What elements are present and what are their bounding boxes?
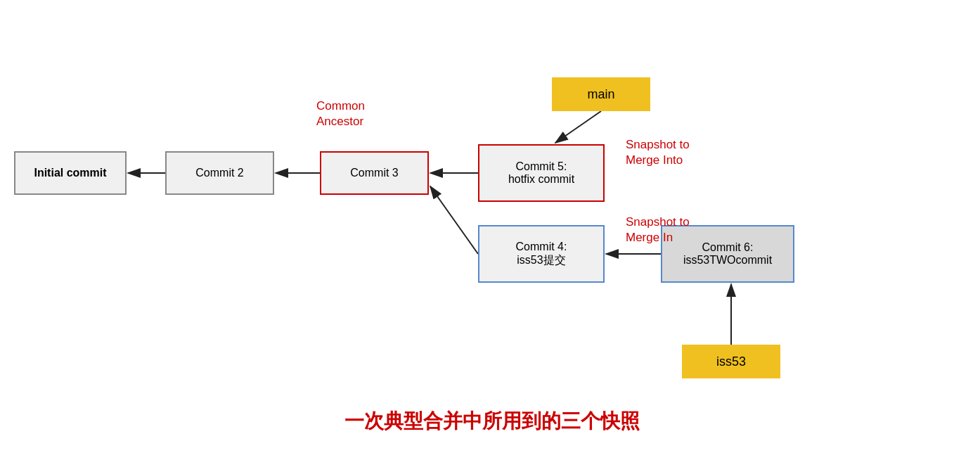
- commit5-box: Commit 5: hotfix commit: [478, 144, 605, 202]
- main-branch-label: main: [552, 77, 650, 111]
- diagram-container: Initial commit Commit 2 Commit 3 Commit …: [0, 0, 980, 460]
- initial-commit-box: Initial commit: [14, 151, 127, 195]
- common-ancestor-annotation: Common Ancestor: [316, 98, 365, 129]
- commit2-box: Commit 2: [165, 151, 274, 195]
- snapshot-into-annotation: Snapshot to Merge Into: [626, 137, 690, 168]
- svg-line-6: [555, 111, 601, 143]
- snapshot-in-annotation: Snapshot to Merge In: [626, 215, 690, 245]
- bottom-caption: 一次典型合并中所用到的三个快照: [176, 408, 808, 435]
- commit3-box: Commit 3: [320, 151, 429, 195]
- iss53-branch-label: iss53: [682, 345, 780, 378]
- svg-line-4: [430, 186, 478, 254]
- commit4-box: Commit 4: iss53提交: [478, 225, 605, 283]
